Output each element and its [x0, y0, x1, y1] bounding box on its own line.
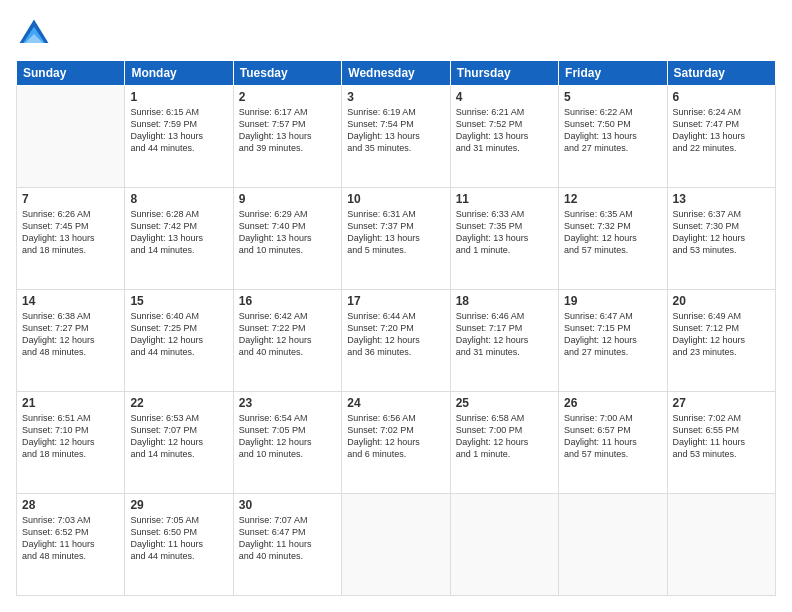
calendar-day: 4Sunrise: 6:21 AMSunset: 7:52 PMDaylight…: [450, 86, 558, 188]
calendar-week-5: 28Sunrise: 7:03 AMSunset: 6:52 PMDayligh…: [17, 494, 776, 596]
calendar-day: 9Sunrise: 6:29 AMSunset: 7:40 PMDaylight…: [233, 188, 341, 290]
calendar-day: 1Sunrise: 6:15 AMSunset: 7:59 PMDaylight…: [125, 86, 233, 188]
day-number: 25: [456, 396, 553, 410]
calendar-day: 16Sunrise: 6:42 AMSunset: 7:22 PMDayligh…: [233, 290, 341, 392]
day-number: 20: [673, 294, 770, 308]
calendar-week-2: 7Sunrise: 6:26 AMSunset: 7:45 PMDaylight…: [17, 188, 776, 290]
day-info: Sunrise: 6:19 AMSunset: 7:54 PMDaylight:…: [347, 106, 444, 155]
day-info: Sunrise: 6:51 AMSunset: 7:10 PMDaylight:…: [22, 412, 119, 461]
day-info: Sunrise: 6:15 AMSunset: 7:59 PMDaylight:…: [130, 106, 227, 155]
day-info: Sunrise: 6:47 AMSunset: 7:15 PMDaylight:…: [564, 310, 661, 359]
calendar-day: 20Sunrise: 6:49 AMSunset: 7:12 PMDayligh…: [667, 290, 775, 392]
calendar-day: 17Sunrise: 6:44 AMSunset: 7:20 PMDayligh…: [342, 290, 450, 392]
day-info: Sunrise: 6:53 AMSunset: 7:07 PMDaylight:…: [130, 412, 227, 461]
day-number: 4: [456, 90, 553, 104]
logo-icon: [16, 16, 52, 52]
day-info: Sunrise: 7:00 AMSunset: 6:57 PMDaylight:…: [564, 412, 661, 461]
weekday-header-monday: Monday: [125, 61, 233, 86]
day-info: Sunrise: 6:35 AMSunset: 7:32 PMDaylight:…: [564, 208, 661, 257]
day-number: 14: [22, 294, 119, 308]
weekday-header-sunday: Sunday: [17, 61, 125, 86]
day-info: Sunrise: 6:46 AMSunset: 7:17 PMDaylight:…: [456, 310, 553, 359]
calendar-day: 12Sunrise: 6:35 AMSunset: 7:32 PMDayligh…: [559, 188, 667, 290]
day-number: 17: [347, 294, 444, 308]
calendar-day: [342, 494, 450, 596]
day-number: 1: [130, 90, 227, 104]
calendar-day: 29Sunrise: 7:05 AMSunset: 6:50 PMDayligh…: [125, 494, 233, 596]
day-number: 6: [673, 90, 770, 104]
day-info: Sunrise: 6:17 AMSunset: 7:57 PMDaylight:…: [239, 106, 336, 155]
day-number: 16: [239, 294, 336, 308]
calendar-day: 15Sunrise: 6:40 AMSunset: 7:25 PMDayligh…: [125, 290, 233, 392]
day-info: Sunrise: 6:29 AMSunset: 7:40 PMDaylight:…: [239, 208, 336, 257]
weekday-header-tuesday: Tuesday: [233, 61, 341, 86]
day-number: 30: [239, 498, 336, 512]
logo: [16, 16, 56, 52]
day-number: 18: [456, 294, 553, 308]
calendar-day: [17, 86, 125, 188]
day-number: 24: [347, 396, 444, 410]
day-info: Sunrise: 6:58 AMSunset: 7:00 PMDaylight:…: [456, 412, 553, 461]
day-info: Sunrise: 6:54 AMSunset: 7:05 PMDaylight:…: [239, 412, 336, 461]
day-info: Sunrise: 6:24 AMSunset: 7:47 PMDaylight:…: [673, 106, 770, 155]
calendar-day: 26Sunrise: 7:00 AMSunset: 6:57 PMDayligh…: [559, 392, 667, 494]
day-info: Sunrise: 6:21 AMSunset: 7:52 PMDaylight:…: [456, 106, 553, 155]
calendar-day: 30Sunrise: 7:07 AMSunset: 6:47 PMDayligh…: [233, 494, 341, 596]
calendar-day: 19Sunrise: 6:47 AMSunset: 7:15 PMDayligh…: [559, 290, 667, 392]
page: SundayMondayTuesdayWednesdayThursdayFrid…: [0, 0, 792, 612]
calendar-day: 6Sunrise: 6:24 AMSunset: 7:47 PMDaylight…: [667, 86, 775, 188]
day-info: Sunrise: 6:44 AMSunset: 7:20 PMDaylight:…: [347, 310, 444, 359]
day-number: 27: [673, 396, 770, 410]
calendar-day: 11Sunrise: 6:33 AMSunset: 7:35 PMDayligh…: [450, 188, 558, 290]
calendar-day: 7Sunrise: 6:26 AMSunset: 7:45 PMDaylight…: [17, 188, 125, 290]
calendar-day: 25Sunrise: 6:58 AMSunset: 7:00 PMDayligh…: [450, 392, 558, 494]
header: [16, 16, 776, 52]
calendar-day: 27Sunrise: 7:02 AMSunset: 6:55 PMDayligh…: [667, 392, 775, 494]
day-info: Sunrise: 6:40 AMSunset: 7:25 PMDaylight:…: [130, 310, 227, 359]
calendar-day: [667, 494, 775, 596]
calendar-day: 18Sunrise: 6:46 AMSunset: 7:17 PMDayligh…: [450, 290, 558, 392]
day-info: Sunrise: 6:49 AMSunset: 7:12 PMDaylight:…: [673, 310, 770, 359]
weekday-header-friday: Friday: [559, 61, 667, 86]
day-info: Sunrise: 7:05 AMSunset: 6:50 PMDaylight:…: [130, 514, 227, 563]
calendar-day: [559, 494, 667, 596]
day-info: Sunrise: 6:56 AMSunset: 7:02 PMDaylight:…: [347, 412, 444, 461]
day-info: Sunrise: 6:28 AMSunset: 7:42 PMDaylight:…: [130, 208, 227, 257]
calendar-table: SundayMondayTuesdayWednesdayThursdayFrid…: [16, 60, 776, 596]
day-number: 26: [564, 396, 661, 410]
calendar-week-3: 14Sunrise: 6:38 AMSunset: 7:27 PMDayligh…: [17, 290, 776, 392]
day-number: 10: [347, 192, 444, 206]
day-number: 11: [456, 192, 553, 206]
weekday-header-saturday: Saturday: [667, 61, 775, 86]
day-info: Sunrise: 7:07 AMSunset: 6:47 PMDaylight:…: [239, 514, 336, 563]
calendar-day: 10Sunrise: 6:31 AMSunset: 7:37 PMDayligh…: [342, 188, 450, 290]
day-number: 13: [673, 192, 770, 206]
day-info: Sunrise: 6:38 AMSunset: 7:27 PMDaylight:…: [22, 310, 119, 359]
day-number: 28: [22, 498, 119, 512]
day-number: 21: [22, 396, 119, 410]
day-number: 2: [239, 90, 336, 104]
weekday-header-wednesday: Wednesday: [342, 61, 450, 86]
calendar-day: [450, 494, 558, 596]
calendar-day: 21Sunrise: 6:51 AMSunset: 7:10 PMDayligh…: [17, 392, 125, 494]
calendar-day: 14Sunrise: 6:38 AMSunset: 7:27 PMDayligh…: [17, 290, 125, 392]
day-number: 29: [130, 498, 227, 512]
calendar-day: 5Sunrise: 6:22 AMSunset: 7:50 PMDaylight…: [559, 86, 667, 188]
day-number: 9: [239, 192, 336, 206]
day-number: 19: [564, 294, 661, 308]
day-info: Sunrise: 6:37 AMSunset: 7:30 PMDaylight:…: [673, 208, 770, 257]
day-info: Sunrise: 6:33 AMSunset: 7:35 PMDaylight:…: [456, 208, 553, 257]
calendar-day: 28Sunrise: 7:03 AMSunset: 6:52 PMDayligh…: [17, 494, 125, 596]
day-info: Sunrise: 7:02 AMSunset: 6:55 PMDaylight:…: [673, 412, 770, 461]
day-info: Sunrise: 7:03 AMSunset: 6:52 PMDaylight:…: [22, 514, 119, 563]
calendar-day: 24Sunrise: 6:56 AMSunset: 7:02 PMDayligh…: [342, 392, 450, 494]
day-number: 12: [564, 192, 661, 206]
calendar-day: 3Sunrise: 6:19 AMSunset: 7:54 PMDaylight…: [342, 86, 450, 188]
day-info: Sunrise: 6:22 AMSunset: 7:50 PMDaylight:…: [564, 106, 661, 155]
day-info: Sunrise: 6:42 AMSunset: 7:22 PMDaylight:…: [239, 310, 336, 359]
calendar-week-4: 21Sunrise: 6:51 AMSunset: 7:10 PMDayligh…: [17, 392, 776, 494]
calendar-week-1: 1Sunrise: 6:15 AMSunset: 7:59 PMDaylight…: [17, 86, 776, 188]
day-number: 5: [564, 90, 661, 104]
day-number: 15: [130, 294, 227, 308]
calendar-day: 23Sunrise: 6:54 AMSunset: 7:05 PMDayligh…: [233, 392, 341, 494]
